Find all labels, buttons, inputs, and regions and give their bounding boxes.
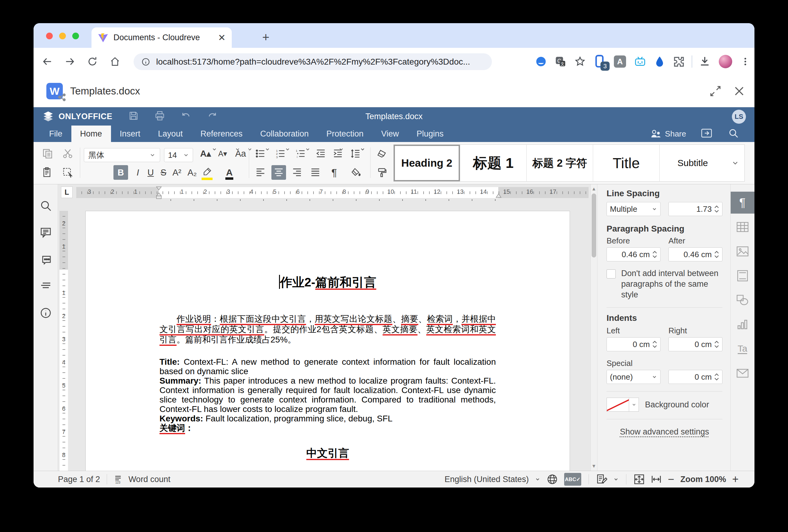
- page-viewport[interactable]: 2112345678 作业2-篇前和引言 作业说明：根据下面这段中文引言，用英文…: [58, 201, 590, 471]
- font-name-select[interactable]: 黑体: [84, 148, 160, 162]
- set-language-globe-icon[interactable]: [547, 473, 558, 485]
- menu-tab-protection[interactable]: Protection: [317, 125, 372, 142]
- water-drop-icon[interactable]: [654, 56, 665, 68]
- shading-fill-button[interactable]: [348, 165, 363, 180]
- scrollbar-thumb[interactable]: [592, 193, 596, 258]
- language-dropdown-icon[interactable]: [535, 476, 540, 482]
- indent-right-field[interactable]: 0 cm: [668, 337, 723, 351]
- indent-left-field[interactable]: 0 cm: [607, 337, 661, 351]
- browser-menu-icon[interactable]: [740, 56, 750, 67]
- menu-tab-view[interactable]: View: [372, 125, 408, 142]
- menu-tab-layout[interactable]: Layout: [149, 125, 192, 142]
- scroll-up-icon[interactable]: ▲: [591, 186, 597, 192]
- table-settings-tab[interactable]: [731, 216, 754, 238]
- translate-icon[interactable]: G文: [555, 56, 566, 67]
- navigation-headings-icon[interactable]: [39, 280, 53, 293]
- track-changes-icon[interactable]: [596, 474, 607, 485]
- search-icon[interactable]: [728, 128, 738, 140]
- scroll-down-icon[interactable]: ▼: [591, 464, 597, 469]
- spacing-after-field[interactable]: 0.46 cm: [668, 247, 723, 262]
- special-amount-field[interactable]: 0 cm: [668, 370, 723, 384]
- save-icon[interactable]: [129, 110, 139, 122]
- background-color-dropdown[interactable]: [629, 397, 639, 412]
- reload-button[interactable]: [83, 53, 101, 70]
- justify-button[interactable]: [308, 165, 323, 180]
- style-preset-1[interactable]: 标题 1: [460, 145, 527, 181]
- user-avatar[interactable]: LS: [732, 110, 746, 124]
- style-gallery-dropdown[interactable]: [726, 144, 745, 182]
- redo-icon[interactable]: [207, 110, 217, 122]
- share-button[interactable]: Share: [650, 129, 686, 139]
- indent-markers[interactable]: [155, 186, 163, 200]
- text-art-settings-tab[interactable]: Ta: [731, 338, 754, 360]
- menu-tab-file[interactable]: File: [40, 125, 71, 142]
- underline-button[interactable]: U: [143, 165, 158, 180]
- align-right-button[interactable]: [290, 165, 304, 180]
- about-info-icon[interactable]: [39, 306, 53, 320]
- italic-button[interactable]: I: [131, 165, 145, 180]
- extension-a-icon[interactable]: A: [614, 56, 626, 68]
- document-page[interactable]: 作业2-篇前和引言 作业说明：根据下面这段中文引言，用英文写出论文标题、摘要、检…: [85, 211, 570, 471]
- horizontal-ruler[interactable]: 3211234567891011121314151617: [76, 187, 589, 198]
- bold-button[interactable]: B: [114, 165, 128, 180]
- close-window-button[interactable]: [46, 33, 53, 39]
- profile-avatar[interactable]: [719, 55, 732, 68]
- image-settings-tab[interactable]: [731, 240, 754, 262]
- chat-icon[interactable]: [39, 252, 53, 266]
- zoom-out-icon[interactable]: −: [668, 473, 674, 486]
- line-spacing-select[interactable]: Multiple: [607, 202, 661, 216]
- site-info-icon[interactable]: [141, 57, 151, 67]
- spell-check-toggle[interactable]: ABC✓: [564, 473, 581, 486]
- spinner-arrows[interactable]: [714, 205, 719, 213]
- tab-close-icon[interactable]: ✕: [218, 32, 226, 43]
- vertical-scrollbar[interactable]: ▲ ▼: [590, 184, 597, 471]
- select-all-button[interactable]: [60, 165, 75, 180]
- zoom-in-icon[interactable]: +: [732, 473, 738, 486]
- fullscreen-window-button[interactable]: [72, 33, 79, 39]
- bilibili-icon[interactable]: [634, 56, 646, 68]
- spacing-before-field[interactable]: 0.46 cm: [607, 247, 661, 262]
- new-tab-button[interactable]: +: [262, 31, 269, 43]
- comments-icon[interactable]: [39, 226, 53, 239]
- clear-style-button[interactable]: [374, 146, 389, 161]
- assistant-icon[interactable]: [535, 56, 547, 67]
- style-preset-3[interactable]: Title: [593, 145, 659, 181]
- strikethrough-button[interactable]: S: [156, 165, 171, 180]
- menu-tab-references[interactable]: References: [192, 125, 251, 142]
- highlight-color-dropdown[interactable]: [212, 142, 218, 157]
- undo-icon[interactable]: [181, 110, 191, 122]
- interval-checkbox[interactable]: [607, 269, 616, 279]
- change-case-dropdown[interactable]: [247, 142, 254, 157]
- nonprinting-chars-dropdown[interactable]: [338, 142, 345, 157]
- open-file-location-icon[interactable]: [701, 128, 712, 139]
- bullets-dropdown[interactable]: [265, 142, 271, 157]
- tab-selector[interactable]: L: [61, 186, 73, 198]
- fit-page-icon[interactable]: [634, 474, 645, 485]
- shape-settings-tab[interactable]: [731, 289, 754, 311]
- font-color-button[interactable]: A: [222, 165, 237, 180]
- show-advanced-settings-link[interactable]: Show advanced settings: [607, 427, 723, 437]
- multilevel-dropdown[interactable]: [305, 142, 312, 157]
- interval-checkbox-label[interactable]: Don't add interval between paragraphs of…: [621, 268, 723, 300]
- subscript-button[interactable]: A₂: [185, 165, 199, 180]
- vertical-ruler[interactable]: 2112345678: [59, 211, 68, 471]
- downloads-icon[interactable]: [698, 56, 711, 68]
- header-footer-settings-tab[interactable]: [731, 265, 754, 287]
- minimize-window-button[interactable]: [59, 33, 66, 39]
- copy-style-button[interactable]: [374, 165, 389, 180]
- paragraph-settings-tab[interactable]: ¶: [731, 192, 754, 213]
- special-select[interactable]: (none): [607, 370, 661, 384]
- shading-fill-dropdown[interactable]: [360, 142, 367, 157]
- background-color-swatch[interactable]: [607, 397, 629, 412]
- find-icon[interactable]: [39, 199, 53, 212]
- right-indent-marker[interactable]: [495, 192, 503, 199]
- font-color-dropdown[interactable]: [235, 142, 241, 157]
- track-changes-dropdown-icon[interactable]: [613, 476, 619, 482]
- page-indicator[interactable]: Page 1 of 2: [58, 475, 100, 484]
- increase-font-button[interactable]: A▴: [198, 146, 213, 161]
- address-bar[interactable]: localhost:5173/home?path=cloudreve%3A%2F…: [134, 53, 492, 70]
- cut-button[interactable]: [60, 146, 75, 161]
- bookmark-star-icon[interactable]: [574, 56, 586, 67]
- chart-settings-tab[interactable]: [731, 313, 754, 335]
- align-left-button[interactable]: [253, 165, 268, 180]
